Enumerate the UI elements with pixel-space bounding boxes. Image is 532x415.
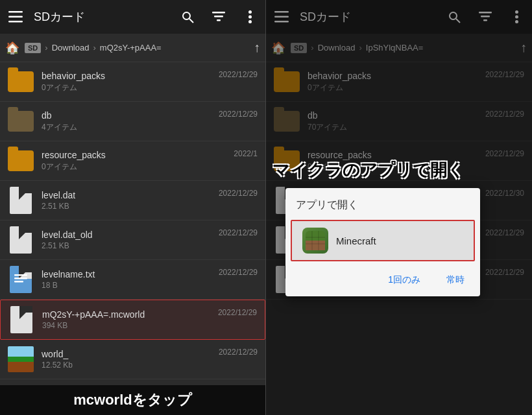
file-date: 2022/12/29 <box>219 267 258 277</box>
file-list-left: behavior_packs 0アイテム 2022/12/29 db 4アイテム… <box>0 62 265 415</box>
app-name: Minecraft <box>336 235 376 246</box>
file-meta: 394 KB <box>42 321 218 330</box>
svg-point-9 <box>248 16 252 19</box>
list-item[interactable]: level.dat_old 2.51 KB 2022/12/29 <box>0 220 265 260</box>
svg-point-3 <box>183 12 190 19</box>
svg-rect-5 <box>212 12 225 14</box>
left-panel: SDカード <box>0 0 266 415</box>
svg-rect-2 <box>8 21 23 23</box>
file-name: world_ <box>42 349 219 359</box>
dialog-overlay: アプリで開く <box>266 0 532 415</box>
file-doc-icon <box>8 227 34 253</box>
file-doc-icon <box>8 187 34 213</box>
svg-rect-13 <box>14 281 23 283</box>
file-name: resource_packs <box>42 150 234 160</box>
file-date: 2022/12/29 <box>219 108 258 119</box>
list-item[interactable]: levelname.txt 18 B 2022/12/29 <box>0 260 265 300</box>
svg-line-4 <box>189 19 193 23</box>
dialog-title: アプリで開く <box>285 198 480 220</box>
file-date: 2022/12/29 <box>219 69 258 79</box>
list-item[interactable]: db 4アイテム 2022/12/29 <box>0 102 265 141</box>
world-thumbnail-icon <box>8 346 34 372</box>
overlay-container: アプリで開く <box>266 0 532 415</box>
folder-icon <box>8 69 34 95</box>
svg-rect-11 <box>14 274 27 276</box>
file-meta: 0アイテム <box>42 82 219 93</box>
file-blue-icon <box>8 267 34 292</box>
file-date: 2022/1 <box>234 148 258 158</box>
file-date: 2022/12/29 <box>219 227 258 237</box>
list-item[interactable]: level.dat 2.51 KB 2022/12/29 <box>0 181 265 220</box>
menu-icon-left[interactable] <box>5 6 26 27</box>
file-doc-icon <box>8 307 34 333</box>
list-item[interactable]: resource_packs 0アイテム 2022/1 <box>0 141 265 181</box>
svg-point-10 <box>248 20 252 23</box>
file-date: 2022/12/29 <box>219 187 258 198</box>
file-meta: 0アイテム <box>42 161 234 172</box>
list-item[interactable]: world_ 12.52 Kb 2022/12/29 <box>0 340 265 379</box>
more-icon-left[interactable] <box>239 6 260 27</box>
file-date: 2022/12/29 <box>219 346 258 357</box>
open-with-dialog: アプリで開く <box>285 188 480 296</box>
annotation-left: mcworldをタップ <box>0 385 265 415</box>
home-icon-left[interactable]: 🏠 <box>5 41 19 55</box>
app-icon <box>302 228 328 254</box>
file-name: mQ2sY-+pAAA=.mcworld <box>42 309 218 320</box>
svg-rect-12 <box>14 278 27 279</box>
topbar-icons-left <box>177 6 260 27</box>
file-date: 2022/12/29 <box>218 307 257 317</box>
breadcrumb-left: 🏠 SD › Download › mQ2sY-+pAAA= ↑ <box>0 34 265 62</box>
list-item[interactable]: behavior_packs 0アイテム 2022/12/29 <box>0 62 265 102</box>
folder-icon <box>8 148 34 174</box>
breadcrumb-download-left[interactable]: Download <box>52 43 90 53</box>
svg-rect-6 <box>214 16 223 18</box>
sd-icon-left[interactable]: SD <box>25 43 41 53</box>
svg-rect-0 <box>8 11 23 13</box>
annotation-right: マイクラのアプリで開く <box>272 159 532 182</box>
search-icon-left[interactable] <box>177 6 198 27</box>
list-item-selected[interactable]: mQ2sY-+pAAA=.mcworld 394 KB 2022/12/29 <box>0 300 265 340</box>
topbar-left: SDカード <box>0 0 265 34</box>
file-meta: 2.51 KB <box>42 241 219 250</box>
file-name: level.dat <box>42 190 219 200</box>
up-icon-left[interactable]: ↑ <box>254 40 260 55</box>
svg-rect-1 <box>8 16 23 18</box>
file-name: level.dat_old <box>42 230 219 240</box>
dialog-buttons: 1回のみ 常時 <box>285 267 480 296</box>
file-meta: 12.52 Kb <box>42 361 219 370</box>
open-once-button[interactable]: 1回のみ <box>383 272 426 289</box>
open-always-button[interactable]: 常時 <box>441 272 470 289</box>
topbar-title-left: SDカード <box>34 9 172 25</box>
svg-point-8 <box>248 10 252 14</box>
svg-rect-27 <box>306 246 325 250</box>
file-name: levelname.txt <box>42 269 219 279</box>
filter-icon-left[interactable] <box>208 6 229 27</box>
file-name: db <box>42 110 219 121</box>
folder-dark-icon <box>8 108 34 134</box>
file-meta: 4アイテム <box>42 122 219 133</box>
right-panel: SDカード <box>266 0 532 415</box>
svg-rect-7 <box>217 19 221 21</box>
minecraft-app-item[interactable]: Minecraft <box>291 220 475 261</box>
file-meta: 18 B <box>42 281 219 290</box>
file-meta: 2.51 KB <box>42 202 219 211</box>
breadcrumb-folder-left[interactable]: mQ2sY-+pAAA= <box>100 43 162 53</box>
file-name: behavior_packs <box>42 71 219 81</box>
